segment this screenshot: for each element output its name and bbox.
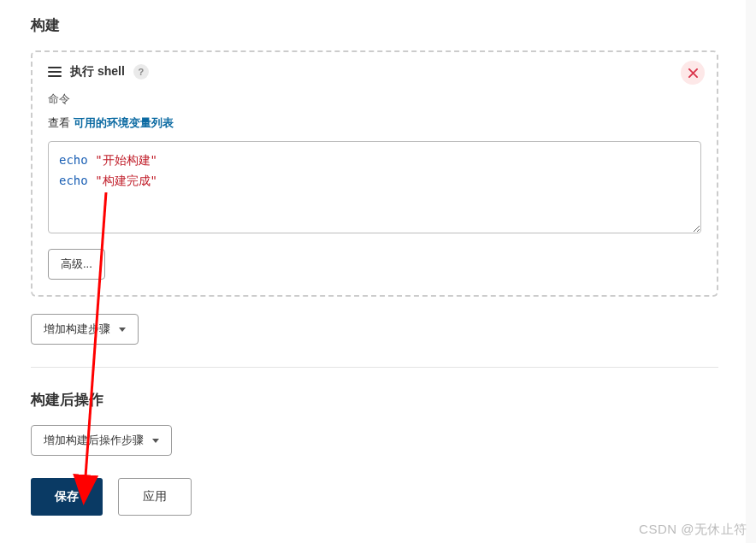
config-page: 构建 执行 shell ? 命令 查看 可用的环境变量列表 echo "开始构建… — [0, 0, 746, 543]
shell-command-input[interactable]: echo "开始构建" echo "构建完成" — [48, 141, 701, 233]
add-post-build-step-label: 增加构建后操作步骤 — [44, 433, 144, 448]
section-divider — [31, 367, 718, 368]
footer-actions: 保存 应用 — [31, 478, 718, 516]
apply-button[interactable]: 应用 — [118, 478, 192, 516]
code-string: "构建完成" — [95, 174, 157, 187]
build-section-title: 构建 — [31, 15, 718, 35]
step-title: 执行 shell — [70, 64, 125, 80]
chevron-down-icon — [119, 328, 126, 332]
code-keyword: echo — [59, 174, 88, 187]
drag-handle-icon[interactable] — [48, 67, 62, 77]
env-vars-row: 查看 可用的环境变量列表 — [48, 115, 701, 131]
advanced-label: 高级... — [61, 257, 92, 272]
add-build-step-label: 增加构建步骤 — [44, 322, 110, 337]
code-string: "开始构建" — [95, 153, 157, 167]
chevron-down-icon — [152, 439, 159, 443]
post-build-section-title: 构建后操作 — [31, 390, 718, 410]
remove-step-button[interactable] — [681, 61, 705, 85]
env-prefix: 查看 — [48, 116, 74, 129]
advanced-button[interactable]: 高级... — [48, 249, 105, 280]
close-icon — [688, 68, 698, 78]
env-vars-link[interactable]: 可用的环境变量列表 — [74, 116, 174, 129]
help-icon[interactable]: ? — [133, 64, 149, 80]
save-button[interactable]: 保存 — [31, 478, 103, 516]
add-post-build-step-button[interactable]: 增加构建后操作步骤 — [31, 425, 172, 456]
code-keyword: echo — [59, 153, 88, 167]
add-build-step-button[interactable]: 增加构建步骤 — [31, 314, 139, 345]
command-label: 命令 — [48, 91, 701, 107]
build-step-card: 执行 shell ? 命令 查看 可用的环境变量列表 echo "开始构建" e… — [31, 50, 718, 297]
step-header: 执行 shell ? — [48, 64, 701, 80]
